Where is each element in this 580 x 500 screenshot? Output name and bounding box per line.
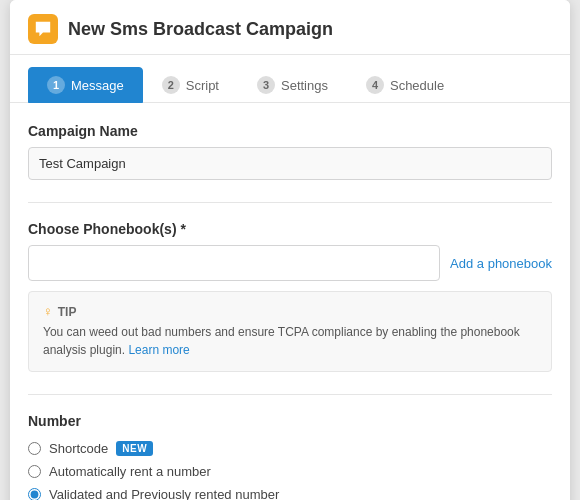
phonebook-input[interactable] xyxy=(28,245,440,281)
tip-icon: ♀ xyxy=(43,304,53,319)
tab-script-num: 2 xyxy=(162,76,180,94)
campaign-name-section: Campaign Name xyxy=(28,123,552,180)
radio-auto-rent[interactable]: Automatically rent a number xyxy=(28,464,552,479)
tip-header-text: TIP xyxy=(58,305,77,319)
page-title: New Sms Broadcast Campaign xyxy=(68,19,333,40)
main-window: New Sms Broadcast Campaign 1 Message 2 S… xyxy=(10,0,570,500)
radio-shortcode-label: Shortcode xyxy=(49,441,108,456)
campaign-name-input[interactable] xyxy=(28,147,552,180)
tab-settings-label: Settings xyxy=(281,78,328,93)
tip-box: ♀ TIP You can weed out bad numbers and e… xyxy=(28,291,552,372)
phonebook-section: Choose Phonebook(s) * Add a phonebook ♀ … xyxy=(28,221,552,372)
tab-message-num: 1 xyxy=(47,76,65,94)
campaign-name-label: Campaign Name xyxy=(28,123,552,139)
tab-message-label: Message xyxy=(71,78,124,93)
radio-auto-rent-label: Automatically rent a number xyxy=(49,464,211,479)
tab-schedule[interactable]: 4 Schedule xyxy=(347,67,463,103)
radio-validated-input[interactable] xyxy=(28,488,41,500)
radio-auto-rent-input[interactable] xyxy=(28,465,41,478)
add-phonebook-link[interactable]: Add a phonebook xyxy=(450,256,552,271)
tip-header: ♀ TIP xyxy=(43,304,537,319)
number-section: Number Shortcode NEW Automatically rent … xyxy=(28,413,552,500)
tab-schedule-label: Schedule xyxy=(390,78,444,93)
app-icon xyxy=(28,14,58,44)
radio-shortcode[interactable]: Shortcode NEW xyxy=(28,441,552,456)
tab-settings[interactable]: 3 Settings xyxy=(238,67,347,103)
divider-1 xyxy=(28,202,552,203)
phonebook-label: Choose Phonebook(s) * xyxy=(28,221,552,237)
phonebook-row: Add a phonebook xyxy=(28,245,552,281)
tab-script-label: Script xyxy=(186,78,219,93)
tip-body: You can weed out bad numbers and ensure … xyxy=(43,323,537,359)
number-label: Number xyxy=(28,413,552,429)
form-content: Campaign Name Choose Phonebook(s) * Add … xyxy=(10,103,570,500)
learn-more-link[interactable]: Learn more xyxy=(128,343,189,357)
divider-2 xyxy=(28,394,552,395)
tab-settings-num: 3 xyxy=(257,76,275,94)
tab-script[interactable]: 2 Script xyxy=(143,67,238,103)
new-badge: NEW xyxy=(116,441,153,456)
tab-schedule-num: 4 xyxy=(366,76,384,94)
tab-message[interactable]: 1 Message xyxy=(28,67,143,103)
radio-shortcode-input[interactable] xyxy=(28,442,41,455)
title-bar: New Sms Broadcast Campaign xyxy=(10,0,570,55)
tab-bar: 1 Message 2 Script 3 Settings 4 Schedule xyxy=(10,55,570,103)
radio-group: Shortcode NEW Automatically rent a numbe… xyxy=(28,441,552,500)
radio-validated-label: Validated and Previously rented number xyxy=(49,487,279,500)
radio-validated[interactable]: Validated and Previously rented number xyxy=(28,487,552,500)
